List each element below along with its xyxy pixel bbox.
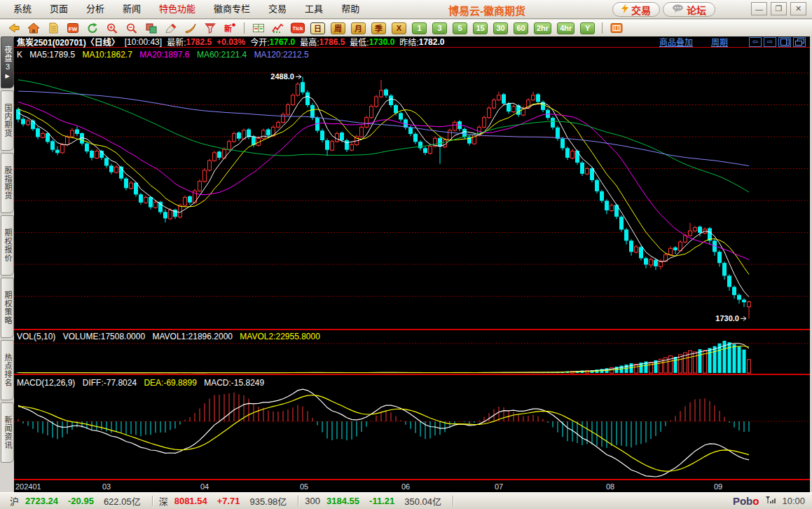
sidebar-tab-label: 热点排名 (1, 353, 13, 387)
svg-text:1730.0: 1730.0 (715, 314, 739, 323)
prev-settle: 1782.0 (419, 37, 445, 47)
change-percent: +0.03% (216, 37, 245, 47)
index-label-沪: 沪 (10, 494, 19, 508)
sidebar-tab-国内期货[interactable]: 国内期货 (1, 90, 14, 151)
statusbar-separator (298, 496, 299, 506)
tick-icon[interactable]: Tick (291, 22, 305, 34)
pobo-logo: Pobo (733, 495, 759, 507)
sidebar-tab-label: 期权策略 (1, 291, 13, 325)
period-link[interactable]: 周期 (711, 36, 728, 48)
close-button[interactable]: ✕ (790, 2, 806, 15)
index-change-深: +7.71 (217, 496, 240, 506)
trend-icon[interactable] (271, 22, 285, 34)
index-change-300: -11.21 (369, 496, 394, 506)
svg-text:09: 09 (714, 482, 722, 491)
home-icon[interactable] (27, 22, 41, 34)
app-title: 博易云-徽商期货 (448, 3, 525, 18)
period-button-2hr[interactable]: 2hr (534, 22, 551, 34)
high-price: 1786.5 (319, 37, 345, 47)
pencil-icon[interactable] (164, 22, 178, 34)
low-price: 1730.0 (369, 37, 395, 47)
sidebar-tab-股指期货[interactable]: 股指期货 (1, 153, 14, 213)
index-label-深: 深 (159, 494, 168, 508)
period-button-3[interactable]: 3 (432, 22, 447, 34)
menu-bar: 系统页面分析新闻特色功能徽商专栏交易工具帮助 (0, 0, 369, 18)
menu-item-6[interactable]: 交易 (259, 0, 296, 18)
brush-icon[interactable] (184, 22, 198, 34)
period-button-15[interactable]: 15 (473, 22, 488, 34)
sidebar-tab-热点排名[interactable]: 热点排名 (1, 340, 14, 400)
new-icon[interactable]: 新 (223, 22, 237, 34)
statusbar-time: 10:00 (782, 496, 805, 506)
period-button-Y[interactable]: Y (580, 22, 595, 34)
sidebar-tab-期权策略[interactable]: 期权策略 (1, 278, 14, 338)
svg-text:04: 04 (200, 482, 209, 491)
period-button-周[interactable]: 周 (331, 22, 345, 34)
sidebar-tab-新闻资讯[interactable]: 新闻资讯 (1, 402, 14, 463)
menu-item-1[interactable]: 页面 (41, 0, 77, 18)
candlestick-chart[interactable]: 2488.01730.020240103040506070809 (14, 48, 810, 492)
svg-text:08: 08 (606, 482, 614, 491)
lightning-icon (621, 4, 628, 15)
menu-item-2[interactable]: 分析 (77, 0, 113, 18)
chart-nav-buttons: ⇦ ⇨ (749, 37, 806, 47)
sidebar-tab-label: 国内期货 (1, 104, 13, 137)
menu-item-7[interactable]: 工具 (296, 0, 332, 18)
page-icon[interactable] (46, 22, 60, 34)
menu-item-5[interactable]: 徽商专栏 (205, 0, 259, 18)
toolbar-separator (244, 22, 245, 34)
overlay-icon[interactable] (144, 22, 158, 34)
statusbar-separator (152, 496, 153, 506)
table-icon[interactable] (252, 22, 266, 34)
menu-item-0[interactable]: 系统 (4, 0, 41, 18)
contract-name: 焦炭2501(020701)〈日线〉 (17, 36, 120, 48)
last-price: 1782.5 (186, 37, 212, 47)
period-button-X[interactable]: X (392, 22, 406, 34)
forum-button[interactable]: 论坛 (663, 2, 715, 17)
sidebar-tab-期权报价[interactable]: 期权报价 (1, 215, 14, 276)
quote-bar: 焦炭2501(020701)〈日线〉 [10:00:43] 最新:1782.5 … (14, 36, 810, 48)
split-pane-icon[interactable] (778, 37, 791, 47)
trade-button-label: 交易 (631, 3, 651, 17)
period-button-4hr[interactable]: 4hr (557, 22, 574, 34)
menu-item-4[interactable]: 特色功能 (150, 0, 205, 18)
period-button-30[interactable]: 30 (493, 22, 508, 34)
draw-icon[interactable] (610, 22, 624, 34)
chart-region: 焦炭2501(020701)〈日线〉 [10:00:43] 最新:1782.5 … (14, 36, 810, 492)
trade-button[interactable]: 交易 (612, 2, 660, 17)
c​ascade-windows-icon[interactable] (793, 37, 806, 47)
zoom-out-icon[interactable] (125, 22, 139, 34)
maximize-button[interactable]: ❐ (771, 2, 787, 15)
minimize-button[interactable]: — (751, 2, 767, 15)
prev-page-icon[interactable]: ⇦ (749, 37, 762, 47)
sidebar-tab-夜盘3[interactable]: 夜盘3▶ (1, 36, 14, 88)
overlay-link[interactable]: 商品叠加 (659, 36, 693, 48)
next-page-icon[interactable]: ⇨ (764, 37, 776, 47)
title-menu-bar: 系统页面分析新闻特色功能徽商专栏交易工具帮助 博易云-徽商期货 交易 论坛 — … (0, 0, 812, 19)
period-button-日[interactable]: 日 (310, 22, 325, 34)
sidebar-tab-label: 期权报价 (1, 229, 13, 262)
index-change-沪: -20.95 (68, 496, 94, 506)
filter-icon[interactable] (203, 22, 217, 34)
period-button-月[interactable]: 月 (351, 22, 366, 34)
menu-item-8[interactable]: 帮助 (332, 0, 369, 18)
svg-text:Tick: Tick (293, 25, 304, 32)
refresh-icon[interactable] (85, 22, 99, 34)
zoom-in-icon[interactable] (105, 22, 119, 34)
period-button-季[interactable]: 季 (371, 22, 386, 34)
low-label: 最低: (350, 36, 369, 48)
period-button-1[interactable]: 1 (412, 22, 427, 34)
open-label: 今开: (250, 36, 269, 48)
window-controls: — ❐ ✕ (751, 2, 806, 15)
period-button-60[interactable]: 60 (514, 22, 528, 34)
active-tab-arrow-icon: ▶ (5, 73, 9, 79)
period-button-5[interactable]: 5 (453, 22, 467, 34)
svg-text:03: 03 (102, 482, 111, 491)
index-amount-深: 935.98亿 (250, 494, 287, 508)
index-amount-300: 350.04亿 (404, 494, 441, 508)
back-icon[interactable] (7, 22, 21, 34)
forum-button-label: 论坛 (687, 3, 706, 17)
menu-item-3[interactable]: 新闻 (113, 0, 150, 18)
fw-icon[interactable]: FW (66, 22, 80, 34)
statusbar-right: Pobo10:00 (733, 495, 812, 507)
